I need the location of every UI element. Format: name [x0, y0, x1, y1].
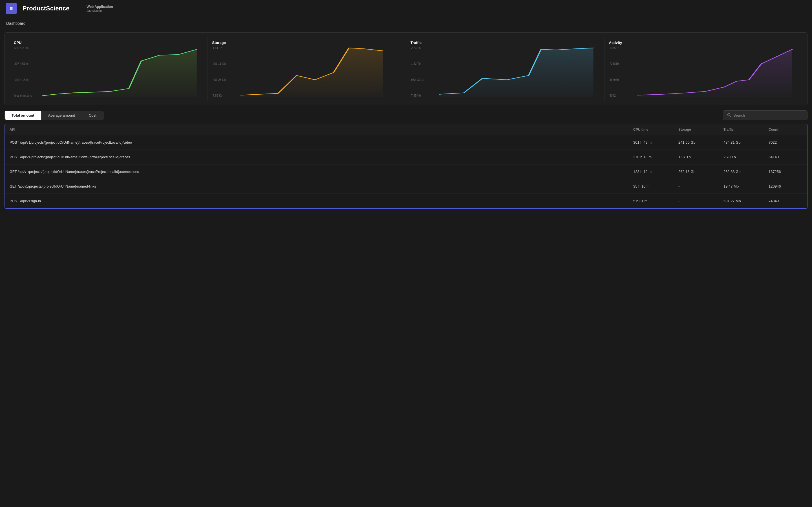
chart-y-label: 1.41 Tb — [213, 47, 234, 50]
chart-y-label: 1085670 — [610, 47, 631, 50]
tab-btn-total[interactable]: Total amount — [5, 111, 42, 120]
table-cell-2: 262.16 Gb — [678, 170, 723, 174]
table-cell-3: 484.31 Gb — [723, 140, 769, 145]
table-cell-0: GET /api/v1/projects/{projectIdOrUrlName… — [10, 170, 633, 174]
chart-y-label: 199 h 13 m — [14, 78, 36, 81]
table-cell-3: 691.27 Mb — [723, 199, 769, 203]
table-row[interactable]: POST /api/v1/projects/{projectIdOrUrlNam… — [5, 135, 807, 150]
chart-y-label: 2.73 Tb — [411, 47, 433, 50]
chart-area-storage: 1.41 Tb961.11 Gb481.28 Gb7.85 Kb — [212, 47, 402, 97]
search-input[interactable] — [733, 113, 803, 117]
chart-y-label: 8042 — [610, 94, 631, 97]
chart-panel-activity: Activity10856707268193679698042 — [605, 37, 803, 101]
table-cell-0: POST /api/v1/projects/{projectIdOrUrlNam… — [10, 155, 633, 159]
controls-row: Total amountAverage amountCost — [4, 110, 808, 120]
table-cell-2: 1.37 Tb — [678, 155, 723, 159]
tab-btn-average[interactable]: Average amount — [42, 111, 82, 120]
table-header-storage: Storage — [678, 128, 723, 131]
table-cell-3: 19.47 Mb — [723, 184, 769, 188]
chart-panel-cpu: CPU596 h 29 m397 h 51 m199 h 13 mless th… — [9, 37, 208, 101]
table-cell-1: 5 h 31 m — [633, 199, 678, 203]
table-row[interactable]: GET /api/v1/projects/{projectIdOrUrlName… — [5, 179, 807, 194]
search-icon — [727, 113, 731, 118]
chart-title-cpu: CPU — [14, 41, 203, 45]
table-cell-2: - — [678, 199, 723, 203]
table-row[interactable]: GET /api/v1/projects/{projectIdOrUrlName… — [5, 165, 807, 179]
table-header-cpu-time: CPU time — [633, 128, 678, 131]
chart-title-activity: Activity — [609, 41, 799, 45]
tab-group: Total amountAverage amountCost — [4, 111, 103, 120]
chart-title-traffic: Traffic — [410, 41, 600, 45]
table-cell-4: 64140 — [769, 155, 802, 159]
table-cell-0: GET /api/v1/projects/{projectIdOrUrlName… — [10, 184, 633, 188]
chart-y-label: 932.93 Gb — [411, 78, 433, 81]
chart-area-traffic: 2.73 Tb1.82 Tb932.93 Gb7.85 Kb — [410, 47, 600, 97]
table-header-api: API — [10, 128, 633, 131]
header-divider — [78, 3, 78, 13]
chart-panel-traffic: Traffic2.73 Tb1.82 Tb932.93 Gb7.85 Kb — [406, 37, 605, 101]
app-type: Web Application — [87, 5, 113, 9]
chart-y-label: 726819 — [610, 62, 631, 65]
breadcrumb: Dashboard — [0, 17, 812, 30]
table-cell-2: - — [678, 184, 723, 188]
table-cell-4: 74349 — [769, 199, 802, 203]
header: ≡ ProductScience Web Application Java/Ko… — [0, 0, 812, 17]
svg-marker-1 — [241, 48, 383, 97]
logo-icon: ≡ — [6, 3, 17, 14]
chart-y-label: 7.85 Kb — [411, 94, 433, 97]
chart-panel-storage: Storage1.41 Tb961.11 Gb481.28 Gb7.85 Kb — [208, 37, 406, 101]
search-box[interactable] — [723, 110, 808, 120]
table-row[interactable]: POST /api/v1/projects/{projectIdOrUrlNam… — [5, 150, 807, 165]
app-name: ProductScience — [22, 5, 69, 12]
chart-title-storage: Storage — [212, 41, 402, 45]
table-cell-4: 7022 — [769, 140, 802, 145]
table-cell-3: 262.33 Gb — [723, 170, 769, 174]
breadcrumb-label: Dashboard — [6, 21, 26, 25]
table-header: APICPU timeStorageTrafficCount — [5, 124, 807, 135]
chart-area-activity: 10856707268193679698042 — [609, 47, 799, 97]
table-cell-0: POST /api/v1sign-in — [10, 199, 633, 203]
chart-y-label: 1.82 Tb — [411, 62, 433, 65]
svg-line-5 — [730, 116, 731, 117]
table-header-count: Count — [769, 128, 802, 131]
table-cell-4: 120946 — [769, 184, 802, 188]
table-cell-0: POST /api/v1/projects/{projectIdOrUrlNam… — [10, 140, 633, 145]
table-cell-4: 137256 — [769, 170, 802, 174]
svg-marker-3 — [638, 49, 792, 97]
table-section: APICPU timeStorageTrafficCount POST /api… — [4, 124, 808, 209]
chart-svg-activity — [631, 47, 799, 97]
chart-y-label: 7.85 Kb — [213, 94, 234, 97]
table-cell-1: 301 h 49 m — [633, 140, 678, 145]
table-body: POST /api/v1/projects/{projectIdOrUrlNam… — [5, 135, 807, 208]
svg-marker-2 — [439, 48, 594, 97]
chart-area-cpu: 596 h 29 m397 h 51 m199 h 13 mless than … — [14, 47, 203, 97]
chart-y-label: less than 1ms — [14, 94, 36, 97]
table-cell-1: 123 h 19 m — [633, 170, 678, 174]
chart-svg-storage — [235, 47, 402, 97]
chart-y-label: 481.28 Gb — [213, 78, 234, 81]
chart-svg-traffic — [433, 47, 600, 97]
table-cell-1: 270 h 18 m — [633, 155, 678, 159]
app-info: Web Application Java/Kotlin — [87, 5, 113, 12]
app-lang: Java/Kotlin — [87, 9, 113, 12]
table-cell-1: 35 h 10 m — [633, 184, 678, 188]
chart-y-label: 596 h 29 m — [14, 47, 36, 50]
table-cell-3: 2.70 Tb — [723, 155, 769, 159]
charts-section: CPU596 h 29 m397 h 51 m199 h 13 mless th… — [4, 33, 808, 105]
chart-y-label: 367969 — [610, 78, 631, 81]
table-cell-2: 241.60 Gb — [678, 140, 723, 145]
tab-btn-cost[interactable]: Cost — [82, 111, 103, 120]
chart-y-label: 961.11 Gb — [213, 62, 234, 65]
chart-y-label: 397 h 51 m — [14, 62, 36, 65]
chart-svg-cpu — [36, 47, 203, 97]
table-header-traffic: Traffic — [723, 128, 769, 131]
table-row[interactable]: POST /api/v1sign-in5 h 31 m-691.27 Mb743… — [5, 194, 807, 208]
